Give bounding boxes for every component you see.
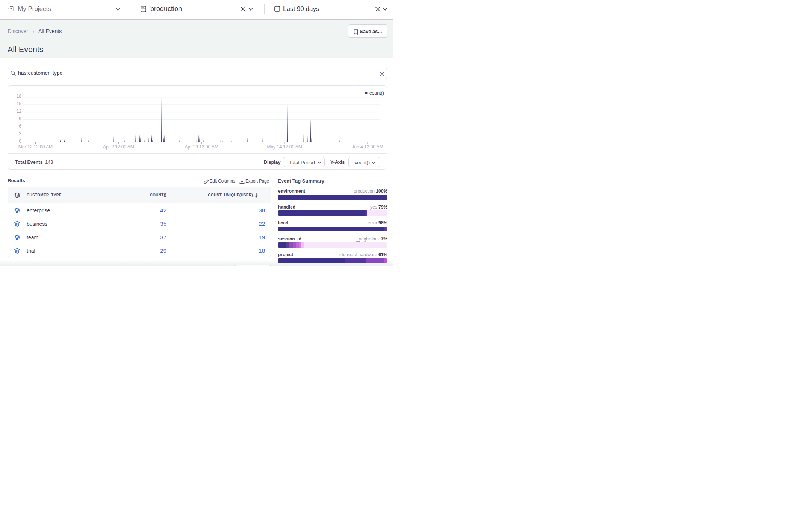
svg-text:15: 15 <box>17 101 22 106</box>
svg-text:3: 3 <box>19 131 21 136</box>
svg-text:9: 9 <box>19 116 21 121</box>
svg-text:Apr 23 12:00 AM: Apr 23 12:00 AM <box>185 144 218 150</box>
svg-text:Mar 12 12:00 AM: Mar 12 12:00 AM <box>18 144 53 150</box>
svg-text:0: 0 <box>19 139 21 144</box>
svg-text:count(): count() <box>369 91 384 96</box>
svg-text:12: 12 <box>17 109 22 114</box>
svg-text:Jun 4 12:00 AM: Jun 4 12:00 AM <box>352 144 383 150</box>
svg-text:Apr 2 12:00 AM: Apr 2 12:00 AM <box>103 144 134 150</box>
svg-text:6: 6 <box>19 124 21 129</box>
svg-text:May 14 12:00 AM: May 14 12:00 AM <box>267 144 302 150</box>
svg-text:18: 18 <box>17 94 22 99</box>
